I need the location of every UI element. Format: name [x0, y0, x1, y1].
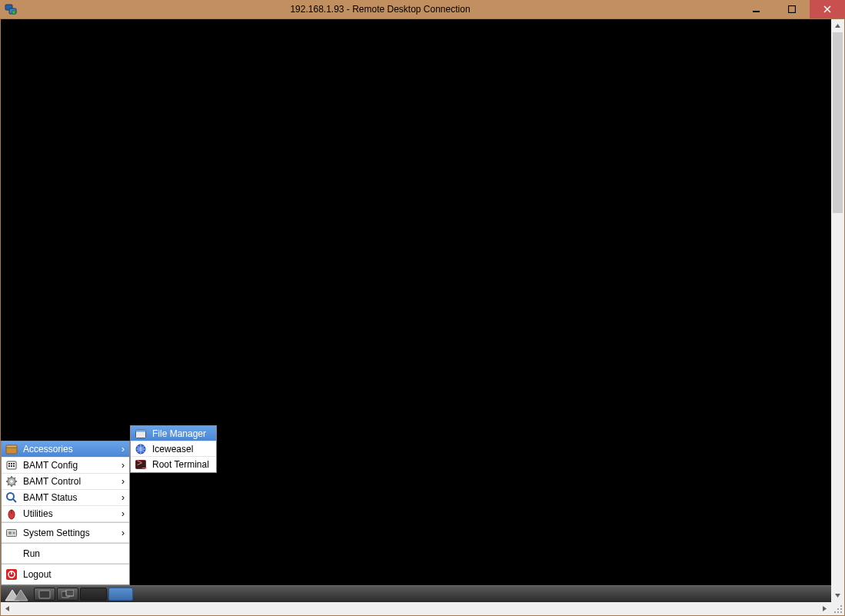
menu-item-bamt-config[interactable]: BAMT Config › — [2, 458, 129, 474]
menu-item-system-settings[interactable]: System Settings › — [2, 522, 129, 543]
svg-rect-3 — [753, 11, 760, 12]
menu-label: Accessories — [23, 444, 115, 455]
submenu-label: File Manager — [152, 428, 211, 439]
menu-label: BAMT Control — [23, 476, 115, 487]
start-menu[interactable]: Accessories › BAMT Config › — [1, 441, 130, 585]
svg-line-23 — [15, 478, 16, 479]
menu-label: Run — [23, 548, 125, 559]
remote-desktop[interactable]: Accessories › BAMT Config › — [1, 19, 831, 602]
filemgr-icon — [134, 428, 148, 440]
taskbar-active-task[interactable] — [108, 588, 133, 601]
taskbar-workspaces[interactable] — [80, 588, 107, 601]
config-icon — [5, 459, 18, 471]
svg-point-15 — [10, 480, 13, 483]
chevron-right-icon: › — [115, 528, 125, 538]
menu-label: Utilities — [23, 508, 115, 519]
svg-rect-46 — [837, 611, 839, 613]
menu-label: Logout — [23, 569, 125, 580]
chevron-right-icon: › — [115, 492, 125, 503]
submenu-label: Root Terminal — [152, 459, 211, 470]
vertical-scrollbar[interactable] — [831, 19, 844, 602]
power-icon — [5, 568, 18, 581]
gear-icon — [5, 475, 18, 488]
svg-point-24 — [7, 493, 14, 500]
window-title: 192.168.1.93 - Remote Desktop Connection — [22, 0, 739, 18]
start-button[interactable] — [1, 586, 33, 602]
svg-point-30 — [13, 531, 15, 534]
submenu-item-iceweasel[interactable]: Iceweasel — [131, 441, 216, 457]
svg-text:>_: >_ — [137, 458, 147, 468]
menu-item-utilities[interactable]: Utilities › — [2, 506, 129, 522]
window-controls — [739, 0, 845, 18]
svg-rect-4 — [789, 6, 796, 13]
client-area: Accessories › BAMT Config › — [0, 18, 845, 616]
svg-point-29 — [8, 531, 12, 534]
svg-rect-47 — [840, 611, 842, 613]
scroll-right-icon[interactable] — [818, 602, 831, 615]
chevron-right-icon: › — [115, 508, 125, 519]
svg-rect-41 — [66, 590, 74, 596]
scroll-up-icon[interactable] — [831, 19, 844, 32]
svg-rect-44 — [840, 608, 842, 610]
svg-rect-10 — [13, 463, 15, 464]
svg-rect-35 — [136, 429, 146, 431]
taskbar[interactable] — [1, 585, 831, 602]
svg-rect-6 — [6, 445, 17, 448]
resize-grip[interactable] — [831, 602, 844, 615]
scroll-track[interactable] — [831, 32, 844, 589]
menu-label: BAMT Status — [23, 492, 115, 503]
menu-item-bamt-control[interactable]: BAMT Control › — [2, 474, 129, 490]
svg-rect-12 — [11, 465, 12, 467]
svg-rect-43 — [837, 608, 839, 610]
globe-icon — [134, 443, 148, 455]
taskbar-button-1[interactable] — [34, 588, 55, 601]
close-button[interactable] — [810, 0, 845, 18]
chevron-right-icon: › — [115, 444, 125, 455]
svg-point-2 — [12, 11, 16, 15]
chevron-right-icon: › — [115, 476, 125, 487]
menu-item-bamt-status[interactable]: BAMT Status › — [2, 490, 129, 506]
terminal-icon: >_ — [134, 458, 148, 471]
menu-label: System Settings — [23, 528, 115, 538]
maximize-button[interactable] — [774, 0, 810, 18]
scroll-down-icon[interactable] — [831, 589, 844, 602]
svg-rect-8 — [8, 463, 10, 464]
rdp-icon — [0, 0, 22, 18]
menu-label: BAMT Config — [23, 460, 115, 471]
svg-rect-45 — [834, 611, 836, 613]
svg-rect-9 — [11, 463, 12, 464]
horizontal-scrollbar[interactable] — [1, 602, 844, 615]
svg-line-22 — [8, 484, 9, 486]
svg-line-20 — [8, 478, 9, 479]
apps-icon — [5, 443, 18, 455]
svg-rect-11 — [8, 465, 10, 467]
remote-viewport: Accessories › BAMT Config › — [1, 19, 844, 602]
settings-icon — [5, 527, 18, 539]
minimize-button[interactable] — [739, 0, 774, 18]
accessories-submenu[interactable]: File Manager Iceweasel >_ Root Terminal — [130, 425, 217, 473]
submenu-item-file-manager[interactable]: File Manager — [131, 426, 216, 441]
svg-line-25 — [13, 499, 16, 502]
taskbar-button-2[interactable] — [57, 588, 78, 601]
menu-item-logout[interactable]: Logout — [2, 564, 129, 584]
submenu-label: Iceweasel — [152, 444, 211, 455]
menu-item-run[interactable]: Run — [2, 543, 129, 564]
titlebar[interactable]: 192.168.1.93 - Remote Desktop Connection — [0, 0, 845, 18]
submenu-item-root-terminal[interactable]: >_ Root Terminal — [131, 457, 216, 472]
scroll-thumb[interactable] — [833, 32, 843, 213]
magnifier-icon — [5, 491, 18, 504]
mouse-icon — [5, 508, 18, 520]
blank-icon — [5, 548, 18, 560]
svg-rect-42 — [840, 605, 842, 607]
scroll-left-icon[interactable] — [1, 602, 14, 615]
svg-line-21 — [15, 484, 16, 486]
scroll-track-h[interactable] — [14, 602, 818, 615]
svg-rect-39 — [39, 591, 50, 598]
svg-rect-13 — [13, 465, 15, 467]
window-frame: 192.168.1.93 - Remote Desktop Connection — [0, 0, 845, 616]
chevron-right-icon: › — [115, 460, 125, 471]
menu-item-accessories[interactable]: Accessories › — [2, 441, 129, 458]
